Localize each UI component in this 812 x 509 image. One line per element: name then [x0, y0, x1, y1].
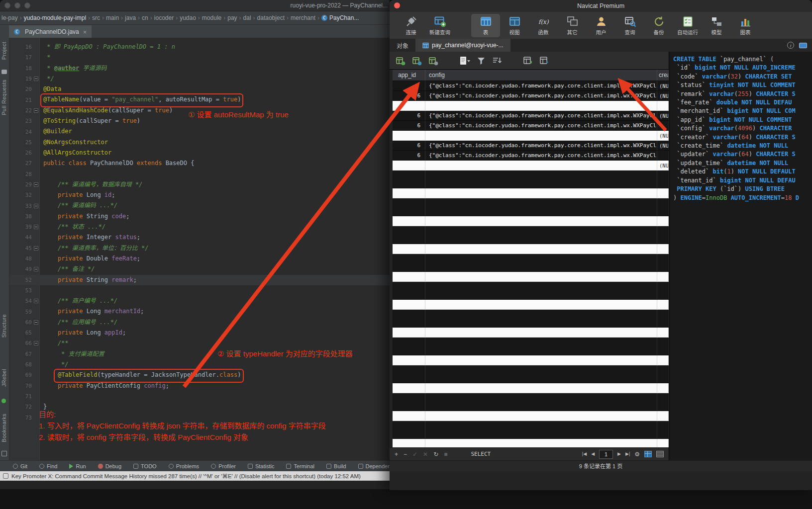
tool-button-terminal[interactable]: Terminal — [286, 463, 314, 469]
grid-cell-create-time[interactable] — [657, 188, 669, 198]
grid-cell-config[interactable]: {"@class":"cn.iocoder.yudao.framework.pa… — [425, 141, 657, 150]
commit-icon[interactable] — [412, 56, 422, 66]
line-number[interactable]: 60 — [19, 319, 32, 326]
import-icon[interactable] — [523, 56, 533, 66]
grid-cell-create-time[interactable] — [657, 411, 669, 421]
toolbar-others[interactable]: 其它 — [558, 14, 587, 37]
sidebar-item-jrebel[interactable]: JRebel — [1, 369, 7, 387]
breadcrumb-item[interactable]: src — [92, 14, 101, 21]
code-line[interactable]: 32 private Long id; — [9, 190, 390, 200]
grid-cell-app-id[interactable] — [393, 421, 425, 438]
line-number[interactable]: 73 — [19, 415, 32, 421]
grid-cell-app-id[interactable] — [393, 81, 425, 90]
prev-page-button[interactable]: ◀ — [591, 452, 595, 456]
grid-cell-app-id[interactable] — [393, 282, 425, 299]
breadcrumb-item[interactable]: cn — [141, 14, 149, 21]
grid-cell-config[interactable] — [425, 328, 657, 337]
grid-cell-app-id[interactable] — [393, 355, 425, 365]
grid-cell-create-time[interactable] — [657, 244, 669, 254]
toolbar-new-query[interactable]: 新建查询 — [425, 14, 454, 37]
grid-cell-config[interactable] — [425, 365, 657, 383]
grid-cell-app-id[interactable] — [393, 170, 425, 188]
line-number[interactable]: 59 — [19, 309, 32, 315]
code-line[interactable]: 24@Builder — [9, 126, 390, 137]
line-number[interactable]: 16 — [19, 44, 32, 50]
grid-cell-create-time[interactable] — [657, 151, 669, 160]
breadcrumb-item[interactable]: main — [105, 14, 119, 21]
grid-cell-app-id[interactable] — [393, 411, 425, 421]
grid-cell-config[interactable] — [425, 226, 657, 244]
grid-row[interactable] — [393, 365, 669, 383]
grid-cell-create-time[interactable] — [657, 282, 669, 299]
grid-row[interactable] — [393, 439, 669, 447]
grid-cell-create-time[interactable] — [657, 421, 669, 438]
tool-button-git[interactable]: Git — [13, 463, 27, 469]
apply-changes-button[interactable]: ✓ — [412, 451, 417, 457]
column-header-create-time[interactable]: creat... — [657, 70, 669, 81]
grid-cell-app-id[interactable] — [393, 254, 425, 271]
line-number[interactable]: 52 — [19, 277, 32, 283]
grid-cell-config[interactable] — [425, 216, 657, 226]
tool-button-problems[interactable]: Problems — [169, 463, 199, 469]
grid-row[interactable]: 6{"@class":"cn.iocoder.yudao.framework.p… — [393, 111, 669, 121]
line-number[interactable]: 38 — [19, 213, 32, 220]
breadcrumb-item[interactable]: module — [202, 14, 222, 21]
grid-cell-create-time[interactable] — [657, 383, 669, 393]
fold-marker-icon[interactable] — [34, 246, 38, 251]
export-icon[interactable] — [539, 56, 549, 66]
grid-cell-config[interactable] — [425, 310, 657, 327]
grid-cell-config[interactable]: {"@class":"cn.iocoder.yudao.framework.pa… — [425, 151, 657, 160]
line-number[interactable]: 70 — [19, 383, 32, 389]
minimize-window-button[interactable] — [14, 2, 20, 8]
grid-cell-app-id[interactable]: 6 — [393, 141, 425, 150]
grid-cell-config[interactable] — [425, 383, 657, 393]
grid-row[interactable] — [393, 421, 669, 439]
sidebar-item-pull-requests[interactable]: Pull Requests — [1, 80, 7, 115]
add-record-button[interactable]: + — [395, 451, 398, 457]
grid-cell-app-id[interactable]: 6 — [393, 151, 425, 160]
grid-row[interactable]: 6{"@class":"cn.iocoder.yudao.framework.p… — [393, 91, 669, 101]
breadcrumb-item[interactable]: merchant — [290, 14, 316, 21]
sidebar-item-project[interactable]: Project — [1, 42, 7, 60]
grid-cell-config[interactable]: {"@class":"cn.iocoder.yudao.framework.pa… — [425, 81, 657, 90]
line-number[interactable]: 69 — [19, 372, 32, 378]
tab-pay-channel[interactable]: pay_channel@ruoyi-vue-... — [415, 39, 510, 52]
code-line[interactable]: 28 — [9, 169, 390, 179]
grid-row[interactable] — [393, 226, 669, 244]
grid-cell-create-time[interactable] — [657, 439, 669, 447]
code-line[interactable]: 68 */ — [9, 359, 390, 370]
fold-marker-icon[interactable] — [34, 225, 38, 229]
grid-cell-app-id[interactable] — [393, 244, 425, 254]
code-line[interactable]: 60 /** 应用编号 ...*/ — [9, 317, 390, 328]
tab-paychanneldo-java[interactable]: C PayChannelDO.java × — [9, 25, 92, 38]
grid-cell-app-id[interactable] — [393, 300, 425, 309]
rollback-icon[interactable] — [428, 56, 438, 66]
tool-button-dependencies[interactable]: Dependencies — [358, 463, 390, 469]
grid-cell-app-id[interactable] — [393, 272, 425, 281]
toolbar-backup[interactable]: 备份 — [644, 14, 673, 37]
line-number[interactable]: 68 — [19, 361, 32, 368]
code-line[interactable]: 18 * @author 芋道源码 — [9, 63, 390, 74]
grid-row[interactable] — [393, 328, 669, 338]
code-line[interactable]: 39 /** 状态 ...*/ — [9, 222, 390, 232]
tool-button-find[interactable]: Find — [39, 463, 57, 469]
grid-cell-app-id[interactable] — [393, 393, 425, 411]
grid-row[interactable] — [393, 198, 669, 216]
grid-cell-app-id[interactable]: 6 — [393, 91, 425, 100]
fold-marker-icon[interactable] — [34, 299, 38, 303]
grid-cell-config[interactable] — [425, 272, 657, 281]
toolbar-table[interactable]: 表 — [471, 14, 500, 37]
breadcrumb-item[interactable]: dataobject — [257, 14, 285, 21]
grid-cell-app-id[interactable]: 6 — [393, 121, 425, 130]
grid-row[interactable] — [393, 300, 669, 310]
grid-cell-create-time[interactable] — [657, 355, 669, 365]
fold-marker-icon[interactable] — [34, 182, 38, 187]
stop-button[interactable]: ■ — [444, 451, 447, 457]
grid-cell-config[interactable] — [425, 439, 657, 447]
breadcrumb-item[interactable]: iocoder — [154, 14, 174, 21]
sidebar-item-bookmarks[interactable]: Bookmarks — [1, 414, 7, 442]
code-line[interactable]: 65 private Long appId; — [9, 328, 390, 338]
grid-cell-create-time[interactable] — [657, 338, 669, 355]
grid-row[interactable]: 6{"@class":"cn.iocoder.yudao.framework.p… — [393, 121, 669, 131]
grid-cell-config[interactable] — [425, 254, 657, 271]
